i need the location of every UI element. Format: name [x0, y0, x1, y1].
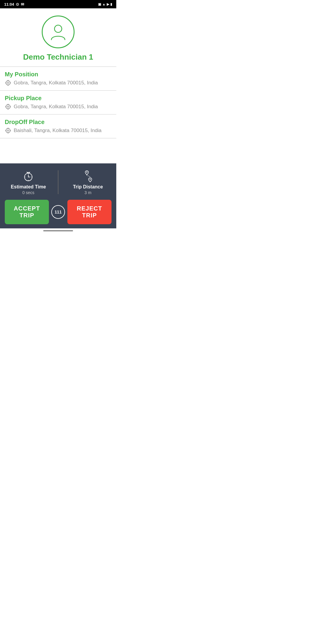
- dropoff-place-section: DropOff Place Baishali, Tangra, Kolkata …: [0, 114, 116, 138]
- svg-point-0: [55, 25, 62, 32]
- counter-badge: 111: [51, 205, 65, 219]
- route-icon: [81, 169, 95, 182]
- trip-distance-label: Trip Distance: [73, 184, 103, 190]
- dropoff-place-address: Baishali, Tangra, Kolkata 700015, India: [14, 128, 102, 134]
- battery-icon: ▮: [110, 2, 112, 6]
- location-icon: ⊙: [16, 2, 19, 7]
- pickup-place-address: Gobra, Tangra, Kolkata 700015, India: [14, 104, 98, 110]
- signal-icon: ▶: [107, 2, 109, 6]
- dropoff-place-address-row: Baishali, Tangra, Kolkata 700015, India: [5, 127, 112, 134]
- timer-icon: [22, 169, 35, 182]
- stats-row: Estimated Time 0 secs Trip Distance 3 m: [5, 169, 112, 195]
- estimated-time-stat: Estimated Time 0 secs: [5, 169, 52, 195]
- email-icon: ✉: [21, 2, 24, 7]
- action-buttons: ACCEPT TRIP 111 REJECT TRIP: [5, 200, 112, 224]
- my-position-label: My Position: [5, 71, 112, 78]
- estimated-time-label: Estimated Time: [11, 184, 46, 190]
- my-position-section: My Position Gobra, Tangra, Kolkata 70001…: [0, 67, 116, 91]
- trip-distance-value: 3 m: [84, 190, 91, 195]
- status-left: 11:04 ⊙ ✉: [4, 2, 24, 7]
- svg-point-2: [7, 82, 9, 84]
- svg-point-8: [7, 106, 9, 108]
- technician-name: Demo Technician 1: [23, 52, 93, 62]
- trip-distance-stat: Trip Distance 3 m: [64, 169, 112, 195]
- my-position-address: Gobra, Tangra, Kolkata 700015, India: [14, 80, 98, 86]
- reject-trip-button[interactable]: REJECT TRIP: [67, 200, 112, 224]
- my-position-address-row: Gobra, Tangra, Kolkata 700015, India: [5, 80, 112, 86]
- bottom-panel: Estimated Time 0 secs Trip Distance 3 m …: [0, 163, 116, 228]
- time-display: 11:04: [4, 2, 14, 7]
- stats-divider: [58, 170, 58, 194]
- pickup-place-address-row: Gobra, Tangra, Kolkata 700015, India: [5, 103, 112, 110]
- home-indicator: [0, 228, 116, 233]
- pickup-place-section: Pickup Place Gobra, Tangra, Kolkata 7000…: [0, 91, 116, 114]
- pickup-place-label: Pickup Place: [5, 95, 112, 102]
- crosshair-icon-2: [5, 103, 11, 110]
- svg-point-30: [89, 179, 91, 180]
- vibrate-icon: ▣: [98, 2, 101, 6]
- avatar: [42, 16, 75, 48]
- content-spacer: [0, 138, 116, 163]
- svg-point-29: [86, 171, 87, 173]
- status-right: ▣ ▲ ▶ ▮: [98, 2, 112, 6]
- avatar-icon: [48, 21, 69, 42]
- status-bar: 11:04 ⊙ ✉ ▣ ▲ ▶ ▮: [0, 0, 116, 8]
- estimated-time-value: 0 secs: [22, 190, 34, 195]
- svg-point-14: [7, 130, 9, 131]
- crosshair-icon: [5, 80, 11, 86]
- dropoff-place-label: DropOff Place: [5, 119, 112, 126]
- crosshair-icon-3: [5, 127, 11, 134]
- wifi-icon: ▲: [102, 2, 106, 6]
- profile-section: Demo Technician 1: [0, 8, 116, 67]
- accept-trip-button[interactable]: ACCEPT TRIP: [5, 200, 49, 224]
- home-bar: [43, 230, 73, 231]
